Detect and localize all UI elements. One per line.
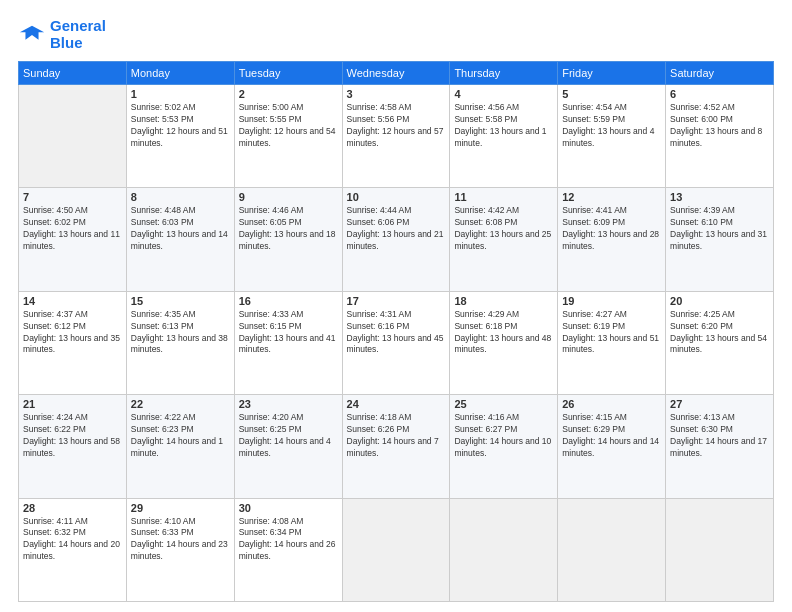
day-info: Sunrise: 4:10 AMSunset: 6:33 PMDaylight:… xyxy=(131,516,230,564)
day-number: 4 xyxy=(454,88,553,100)
calendar-cell: 26Sunrise: 4:15 AMSunset: 6:29 PMDayligh… xyxy=(558,395,666,498)
day-info: Sunrise: 4:46 AMSunset: 6:05 PMDaylight:… xyxy=(239,205,338,253)
day-number: 25 xyxy=(454,398,553,410)
calendar-cell: 13Sunrise: 4:39 AMSunset: 6:10 PMDayligh… xyxy=(666,188,774,291)
day-number: 13 xyxy=(670,191,769,203)
calendar-cell: 5Sunrise: 4:54 AMSunset: 5:59 PMDaylight… xyxy=(558,85,666,188)
day-info: Sunrise: 4:22 AMSunset: 6:23 PMDaylight:… xyxy=(131,412,230,460)
day-info: Sunrise: 4:20 AMSunset: 6:25 PMDaylight:… xyxy=(239,412,338,460)
day-number: 22 xyxy=(131,398,230,410)
calendar-cell: 6Sunrise: 4:52 AMSunset: 6:00 PMDaylight… xyxy=(666,85,774,188)
day-number: 15 xyxy=(131,295,230,307)
day-number: 24 xyxy=(347,398,446,410)
column-header-wednesday: Wednesday xyxy=(342,62,450,85)
day-info: Sunrise: 4:54 AMSunset: 5:59 PMDaylight:… xyxy=(562,102,661,150)
calendar-cell: 16Sunrise: 4:33 AMSunset: 6:15 PMDayligh… xyxy=(234,291,342,394)
calendar-cell: 15Sunrise: 4:35 AMSunset: 6:13 PMDayligh… xyxy=(126,291,234,394)
day-number: 2 xyxy=(239,88,338,100)
calendar-cell: 25Sunrise: 4:16 AMSunset: 6:27 PMDayligh… xyxy=(450,395,558,498)
calendar-cell: 22Sunrise: 4:22 AMSunset: 6:23 PMDayligh… xyxy=(126,395,234,498)
day-info: Sunrise: 4:11 AMSunset: 6:32 PMDaylight:… xyxy=(23,516,122,564)
day-info: Sunrise: 4:56 AMSunset: 5:58 PMDaylight:… xyxy=(454,102,553,150)
calendar-week-1: 1Sunrise: 5:02 AMSunset: 5:53 PMDaylight… xyxy=(19,85,774,188)
page: General Blue SundayMondayTuesdayWednesda… xyxy=(0,0,792,612)
day-info: Sunrise: 4:41 AMSunset: 6:09 PMDaylight:… xyxy=(562,205,661,253)
day-number: 3 xyxy=(347,88,446,100)
day-number: 6 xyxy=(670,88,769,100)
calendar-cell: 18Sunrise: 4:29 AMSunset: 6:18 PMDayligh… xyxy=(450,291,558,394)
day-number: 18 xyxy=(454,295,553,307)
svg-marker-0 xyxy=(20,25,44,39)
calendar-cell: 7Sunrise: 4:50 AMSunset: 6:02 PMDaylight… xyxy=(19,188,127,291)
calendar-cell: 14Sunrise: 4:37 AMSunset: 6:12 PMDayligh… xyxy=(19,291,127,394)
calendar-cell xyxy=(342,498,450,601)
day-info: Sunrise: 4:33 AMSunset: 6:15 PMDaylight:… xyxy=(239,309,338,357)
logo-icon xyxy=(18,21,46,49)
day-info: Sunrise: 4:31 AMSunset: 6:16 PMDaylight:… xyxy=(347,309,446,357)
day-number: 20 xyxy=(670,295,769,307)
day-info: Sunrise: 4:37 AMSunset: 6:12 PMDaylight:… xyxy=(23,309,122,357)
day-number: 26 xyxy=(562,398,661,410)
day-number: 1 xyxy=(131,88,230,100)
calendar-week-2: 7Sunrise: 4:50 AMSunset: 6:02 PMDaylight… xyxy=(19,188,774,291)
calendar-cell: 27Sunrise: 4:13 AMSunset: 6:30 PMDayligh… xyxy=(666,395,774,498)
calendar-week-5: 28Sunrise: 4:11 AMSunset: 6:32 PMDayligh… xyxy=(19,498,774,601)
calendar-cell xyxy=(666,498,774,601)
day-info: Sunrise: 4:27 AMSunset: 6:19 PMDaylight:… xyxy=(562,309,661,357)
calendar-table: SundayMondayTuesdayWednesdayThursdayFrid… xyxy=(18,61,774,602)
day-number: 30 xyxy=(239,502,338,514)
day-number: 23 xyxy=(239,398,338,410)
calendar-cell xyxy=(19,85,127,188)
day-info: Sunrise: 4:16 AMSunset: 6:27 PMDaylight:… xyxy=(454,412,553,460)
calendar-cell: 3Sunrise: 4:58 AMSunset: 5:56 PMDaylight… xyxy=(342,85,450,188)
day-info: Sunrise: 4:48 AMSunset: 6:03 PMDaylight:… xyxy=(131,205,230,253)
day-number: 5 xyxy=(562,88,661,100)
day-info: Sunrise: 5:02 AMSunset: 5:53 PMDaylight:… xyxy=(131,102,230,150)
day-info: Sunrise: 4:52 AMSunset: 6:00 PMDaylight:… xyxy=(670,102,769,150)
day-info: Sunrise: 4:24 AMSunset: 6:22 PMDaylight:… xyxy=(23,412,122,460)
day-info: Sunrise: 4:18 AMSunset: 6:26 PMDaylight:… xyxy=(347,412,446,460)
day-number: 17 xyxy=(347,295,446,307)
calendar-cell: 12Sunrise: 4:41 AMSunset: 6:09 PMDayligh… xyxy=(558,188,666,291)
calendar-cell: 8Sunrise: 4:48 AMSunset: 6:03 PMDaylight… xyxy=(126,188,234,291)
column-header-thursday: Thursday xyxy=(450,62,558,85)
calendar-cell: 29Sunrise: 4:10 AMSunset: 6:33 PMDayligh… xyxy=(126,498,234,601)
calendar-cell: 17Sunrise: 4:31 AMSunset: 6:16 PMDayligh… xyxy=(342,291,450,394)
day-number: 9 xyxy=(239,191,338,203)
day-number: 8 xyxy=(131,191,230,203)
header: General Blue xyxy=(18,18,774,51)
day-number: 28 xyxy=(23,502,122,514)
calendar-cell: 9Sunrise: 4:46 AMSunset: 6:05 PMDaylight… xyxy=(234,188,342,291)
day-number: 21 xyxy=(23,398,122,410)
day-number: 7 xyxy=(23,191,122,203)
calendar-cell: 11Sunrise: 4:42 AMSunset: 6:08 PMDayligh… xyxy=(450,188,558,291)
calendar-cell: 24Sunrise: 4:18 AMSunset: 6:26 PMDayligh… xyxy=(342,395,450,498)
column-header-monday: Monday xyxy=(126,62,234,85)
calendar-cell xyxy=(450,498,558,601)
calendar-cell: 23Sunrise: 4:20 AMSunset: 6:25 PMDayligh… xyxy=(234,395,342,498)
calendar-cell: 19Sunrise: 4:27 AMSunset: 6:19 PMDayligh… xyxy=(558,291,666,394)
calendar-cell: 1Sunrise: 5:02 AMSunset: 5:53 PMDaylight… xyxy=(126,85,234,188)
day-info: Sunrise: 4:15 AMSunset: 6:29 PMDaylight:… xyxy=(562,412,661,460)
day-info: Sunrise: 4:35 AMSunset: 6:13 PMDaylight:… xyxy=(131,309,230,357)
day-number: 12 xyxy=(562,191,661,203)
day-number: 16 xyxy=(239,295,338,307)
logo-text: General Blue xyxy=(50,18,106,51)
calendar-week-4: 21Sunrise: 4:24 AMSunset: 6:22 PMDayligh… xyxy=(19,395,774,498)
day-info: Sunrise: 5:00 AMSunset: 5:55 PMDaylight:… xyxy=(239,102,338,150)
calendar-cell: 4Sunrise: 4:56 AMSunset: 5:58 PMDaylight… xyxy=(450,85,558,188)
day-info: Sunrise: 4:39 AMSunset: 6:10 PMDaylight:… xyxy=(670,205,769,253)
calendar-cell: 28Sunrise: 4:11 AMSunset: 6:32 PMDayligh… xyxy=(19,498,127,601)
day-info: Sunrise: 4:25 AMSunset: 6:20 PMDaylight:… xyxy=(670,309,769,357)
column-header-friday: Friday xyxy=(558,62,666,85)
column-header-sunday: Sunday xyxy=(19,62,127,85)
calendar-week-3: 14Sunrise: 4:37 AMSunset: 6:12 PMDayligh… xyxy=(19,291,774,394)
day-info: Sunrise: 4:13 AMSunset: 6:30 PMDaylight:… xyxy=(670,412,769,460)
calendar-cell: 2Sunrise: 5:00 AMSunset: 5:55 PMDaylight… xyxy=(234,85,342,188)
column-header-saturday: Saturday xyxy=(666,62,774,85)
day-info: Sunrise: 4:58 AMSunset: 5:56 PMDaylight:… xyxy=(347,102,446,150)
calendar-cell: 20Sunrise: 4:25 AMSunset: 6:20 PMDayligh… xyxy=(666,291,774,394)
day-number: 14 xyxy=(23,295,122,307)
logo: General Blue xyxy=(18,18,106,51)
day-number: 29 xyxy=(131,502,230,514)
